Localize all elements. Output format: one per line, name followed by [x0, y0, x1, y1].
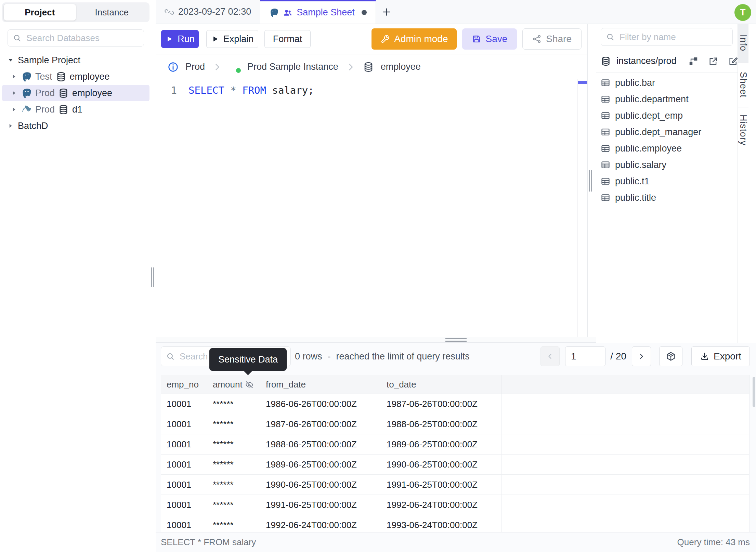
save-button[interactable]: Save — [462, 28, 517, 50]
sql-text: SELECT * FROM salary; — [188, 83, 314, 97]
editor-toolbar: Run Explain Format Admin mode Save Share — [156, 24, 587, 54]
sql-editor[interactable]: 1 SELECT * FROM salary; — [156, 79, 587, 337]
download-icon — [700, 352, 709, 361]
tree-item-label: employee — [70, 71, 110, 82]
admin-mode-button[interactable]: Admin mode — [372, 28, 457, 50]
connection-name: instances/prod — [616, 56, 677, 66]
database-tree: Sample ProjectTestemployeeProdemployeePr… — [0, 52, 152, 134]
result-cell: 1986-06-26T00:00:00Z — [260, 394, 381, 414]
result-cell: 1991-06-25T00:00:00Z — [260, 495, 381, 515]
sheet-tab-sample-sheet[interactable]: Sample Sheet — [260, 0, 376, 24]
database-icon — [363, 62, 374, 73]
result-cell: 10001 — [161, 434, 207, 455]
export-button[interactable]: Export — [691, 346, 750, 366]
left-panel-resize-handle[interactable] — [151, 267, 154, 287]
chevron-right-icon — [212, 62, 223, 73]
table-list-item[interactable]: public.dept_emp — [596, 107, 738, 124]
database-search — [8, 29, 144, 47]
table-filter — [601, 28, 733, 46]
avatar[interactable]: T — [734, 4, 751, 21]
table-name: public.t1 — [615, 176, 650, 187]
postgres-icon — [21, 88, 32, 98]
eye-off-icon[interactable] — [245, 381, 253, 389]
prev-page-button[interactable] — [540, 346, 560, 366]
page-total: / 20 — [610, 351, 626, 362]
mysql-icon — [21, 104, 32, 115]
table-icon — [601, 111, 610, 120]
sql-token: salary; — [272, 84, 314, 96]
table-list-item[interactable]: public.dept_manager — [596, 124, 738, 140]
format-button[interactable]: Format — [264, 30, 311, 48]
right-panel-resize-handle[interactable] — [589, 170, 592, 192]
table-list-item[interactable]: public.title — [596, 189, 738, 206]
play-icon — [211, 35, 219, 43]
unlink-icon — [165, 7, 174, 17]
sql-token — [236, 84, 242, 96]
table-list-item[interactable]: public.salary — [596, 157, 738, 173]
breadcrumb-database[interactable]: employee — [381, 62, 421, 72]
results-scrollbar[interactable] — [753, 377, 755, 407]
result-cell: 1990-06-25T00:00:00Z — [381, 455, 502, 475]
table-row: 10001******1990-06-25T00:00:00Z1991-06-2… — [161, 475, 750, 495]
sensitive-data-tooltip: Sensitive Data — [209, 348, 287, 371]
tree-item[interactable]: Prodemployee — [2, 85, 149, 101]
table-icon — [601, 160, 610, 170]
chevron-left-icon — [546, 352, 554, 360]
result-cell: 10001 — [161, 394, 207, 414]
edit-icon[interactable] — [728, 56, 738, 66]
breadcrumb-instance[interactable]: Prod Sample Instance — [247, 62, 338, 72]
pagination: / 20 Export — [540, 346, 750, 366]
external-link-icon[interactable] — [708, 56, 718, 66]
column-label: to_date — [387, 379, 416, 390]
export-label: Export — [714, 351, 741, 362]
next-page-button[interactable] — [632, 346, 651, 366]
tab-instance[interactable]: Instance — [76, 4, 148, 21]
database-icon — [58, 88, 69, 98]
info-icon[interactable] — [168, 62, 179, 73]
diagram-icon[interactable] — [688, 56, 699, 66]
tab-sheet[interactable]: Sheet — [738, 63, 748, 107]
table-row: 10001******1988-06-25T00:00:00Z1989-06-2… — [161, 434, 750, 455]
tab-history[interactable]: History — [738, 107, 748, 153]
table-list-item[interactable]: public.t1 — [596, 173, 738, 189]
tree-item-label: Prod — [35, 88, 55, 98]
result-cell: 10001 — [161, 414, 207, 434]
table-list-item[interactable]: public.bar — [596, 75, 738, 91]
save-label: Save — [485, 34, 507, 44]
tree-item[interactable]: BatchD — [2, 118, 149, 134]
line-number: 1 — [156, 83, 188, 97]
new-tab-button[interactable] — [376, 0, 397, 24]
side-tab-strip: Info Sheet History — [738, 24, 756, 343]
overview-ruler — [577, 79, 578, 337]
explain-button[interactable]: Explain — [206, 30, 258, 48]
run-button[interactable]: Run — [161, 30, 199, 48]
table-icon — [601, 176, 610, 186]
result-cell: 1992-06-24T00:00:00Z — [381, 495, 502, 515]
table-list-item[interactable]: public.department — [596, 91, 738, 107]
result-cell: 1989-06-25T00:00:00Z — [260, 455, 381, 475]
table-filter-input[interactable] — [619, 31, 728, 43]
breadcrumb-environment[interactable]: Prod — [185, 62, 205, 72]
sheet-tab-label: 2023-09-27 02:30 — [178, 6, 251, 17]
drag-handle-icon[interactable] — [445, 338, 467, 343]
tab-info[interactable]: Info — [738, 24, 748, 63]
tree-item[interactable]: Prodd1 — [2, 101, 149, 118]
table-name: public.employee — [615, 143, 682, 154]
filler-cell — [502, 434, 750, 455]
search-icon — [13, 34, 22, 42]
result-cell: 1991-06-25T00:00:00Z — [381, 475, 502, 495]
panel-divider — [587, 24, 588, 343]
tab-project[interactable]: Project — [4, 4, 76, 21]
tree-item[interactable]: Sample Project — [2, 52, 149, 68]
sheet-tab-temp[interactable]: 2023-09-27 02:30 — [156, 0, 260, 24]
page-number-input[interactable] — [565, 346, 605, 366]
caret-right-icon — [7, 122, 14, 130]
tree-item[interactable]: Testemployee — [2, 68, 149, 85]
table-list-item[interactable]: public.employee — [596, 140, 738, 157]
share-button[interactable]: Share — [522, 28, 582, 50]
table-list: public.barpublic.departmentpublic.dept_e… — [596, 75, 738, 206]
executed-query: SELECT * FROM salary — [161, 537, 256, 548]
visualize-button[interactable] — [659, 346, 682, 366]
database-search-input[interactable] — [26, 32, 139, 44]
query-time: Query time: 43 ms — [677, 537, 750, 548]
